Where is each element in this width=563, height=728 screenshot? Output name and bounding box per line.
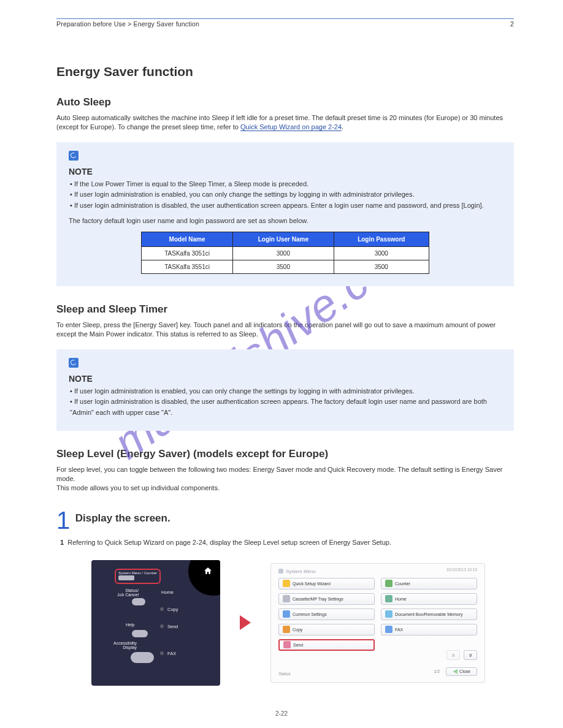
accessibility-label: Accessibility Display	[113, 641, 137, 650]
menu-item-fax[interactable]: FAX	[381, 624, 477, 635]
copy-label: Copy	[167, 607, 178, 612]
breadcrumb: Preparation before Use > Energy Saver fu…	[56, 20, 199, 28]
page-title: Energy Saver function	[56, 64, 514, 79]
page-indicator: 1/2	[434, 669, 440, 673]
table-header: Model Name	[142, 232, 233, 246]
note-bullets-1: If the Low Power Timer is equal to the S…	[69, 179, 502, 211]
fax-label: FAX	[167, 651, 176, 656]
fax-led-icon	[160, 651, 164, 655]
home-icon	[203, 566, 213, 575]
page-up-button[interactable]: ∧	[446, 650, 460, 660]
home-label: Home	[161, 590, 174, 595]
login-table: Model Name Login User Name Login Passwor…	[141, 232, 429, 274]
close-button[interactable]: Close	[446, 667, 477, 676]
page-number: 2-22	[0, 710, 563, 717]
step-title: Display the screen.	[75, 512, 170, 525]
top-divider	[56, 18, 514, 19]
copy-led-icon	[160, 607, 164, 611]
menu-item-cassette[interactable]: Cassette/MP Tray Settings	[278, 593, 375, 605]
note-bullets-2: If user login administration is enabled,…	[69, 386, 502, 419]
note-box-1: NOTE If the Low Power Timer is equal to …	[56, 142, 514, 286]
box-icon	[385, 610, 393, 618]
section-auto-sleep-title: Auto Sleep	[56, 96, 514, 108]
control-panel-illustration: System Menu / Counter Status/ Job Cancel…	[91, 560, 220, 686]
system-menu-key-highlight[interactable]: System Menu / Counter	[115, 569, 161, 584]
home-icon	[385, 595, 393, 602]
note-box-2: NOTE If user login administration is ena…	[56, 349, 514, 431]
counter-icon	[385, 580, 393, 587]
section-sleep-body: To enter Sleep, press the [Energy Saver]…	[56, 320, 514, 339]
menu-item-quick-setup[interactable]: Quick Setup Wizard	[278, 578, 375, 590]
table-header: Login User Name	[233, 232, 334, 246]
quick-setup-link[interactable]: Quick Setup Wizard on page 2-24	[240, 123, 342, 131]
system-menu-screen: 10/10/2013 10:10 System Menu Quick Setup…	[270, 563, 485, 683]
menu-item-common[interactable]: Common Settings	[278, 609, 375, 620]
menu-item-docbox[interactable]: Document Box/Removable Memory	[381, 609, 477, 620]
tray-icon	[283, 595, 290, 602]
system-menu-button[interactable]	[118, 575, 134, 580]
note-icon	[69, 358, 79, 368]
section-sleep-levels-body: For sleep level, you can toggle between …	[56, 465, 514, 493]
help-label: Help	[126, 623, 134, 628]
section-sleep-title: Sleep and Sleep Timer	[56, 303, 514, 316]
login-table-caption: The factory default login user name and …	[69, 216, 502, 226]
menu-item-send-highlight[interactable]: Send	[278, 639, 375, 651]
menu-item-copy[interactable]: Copy	[278, 624, 375, 635]
send-icon	[283, 641, 291, 648]
help-key[interactable]	[132, 630, 148, 637]
step-instruction: 1 Referring to Quick Setup Wizard on pag…	[60, 538, 514, 548]
step-number: 1	[56, 507, 70, 534]
menu-timestamp: 10/10/2013 10:10	[446, 567, 477, 572]
section-sleep-levels-title: Sleep Level (Energy Saver) (models excep…	[56, 448, 514, 460]
status-label: Status/ Job Cancel	[117, 588, 139, 597]
status-bar: Status	[278, 672, 291, 676]
menu-item-counter[interactable]: Counter	[381, 578, 477, 590]
arrow-right-icon	[240, 615, 251, 630]
chapter-number: 2	[510, 20, 514, 28]
send-label: Send	[167, 624, 178, 629]
fax-icon	[385, 626, 393, 633]
menu-item-home[interactable]: Home	[381, 593, 477, 605]
note-icon	[69, 151, 79, 161]
note-title-2: NOTE	[69, 374, 502, 384]
send-led-icon	[160, 624, 164, 628]
copy-icon	[283, 626, 290, 633]
status-key[interactable]	[132, 598, 145, 605]
wizard-icon	[283, 580, 290, 587]
page-down-button[interactable]: ∨	[464, 650, 477, 660]
accessibility-key[interactable]	[131, 652, 154, 663]
table-header: Login Password	[334, 232, 429, 246]
table-row: TASKalfa 3051ci 3000 3000	[142, 246, 429, 260]
note-title-1: NOTE	[69, 167, 502, 176]
section-auto-sleep-body: Auto Sleep automatically switches the ma…	[56, 113, 514, 132]
gear-icon	[283, 610, 290, 618]
table-row: TASKalfa 3551ci 3500 3500	[142, 260, 429, 273]
